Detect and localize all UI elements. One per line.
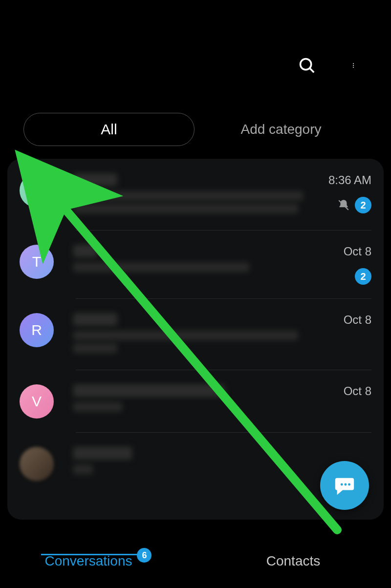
svg-point-8 bbox=[344, 483, 347, 486]
active-underline bbox=[41, 554, 139, 555]
tab-contacts[interactable]: Contacts bbox=[196, 553, 391, 569]
unread-badge: 2 bbox=[355, 197, 371, 213]
conversation-preview bbox=[73, 384, 313, 415]
conversation-meta: 8:36 AM 2 bbox=[318, 173, 371, 213]
timestamp: 8:36 AM bbox=[328, 173, 371, 187]
svg-line-1 bbox=[310, 68, 314, 72]
tab-label: Conversations bbox=[45, 553, 132, 569]
conversation-meta: Oct 8 bbox=[318, 313, 371, 327]
svg-point-4 bbox=[353, 67, 354, 68]
timestamp: Oct 8 bbox=[344, 384, 371, 398]
svg-point-2 bbox=[353, 63, 354, 64]
more-vert-icon[interactable] bbox=[343, 54, 367, 77]
tab-conversations[interactable]: Conversations 6 bbox=[0, 553, 196, 569]
conversation-row[interactable]: 8:36 AM 2 bbox=[7, 159, 384, 230]
timestamp: Oct 8 bbox=[344, 245, 371, 258]
avatar[interactable] bbox=[20, 173, 54, 208]
bottom-nav: Conversations 6 Contacts bbox=[0, 534, 391, 588]
tab-add-category[interactable]: Add category bbox=[195, 122, 368, 137]
avatar[interactable] bbox=[20, 447, 54, 481]
top-toolbar bbox=[295, 54, 367, 77]
conversation-preview bbox=[73, 313, 313, 356]
conversation-preview bbox=[73, 173, 313, 216]
avatar[interactable]: T bbox=[20, 245, 54, 279]
svg-point-0 bbox=[301, 59, 311, 70]
tab-all[interactable]: All bbox=[23, 113, 195, 146]
svg-point-7 bbox=[341, 483, 343, 486]
conversation-preview bbox=[73, 245, 313, 275]
conversation-meta: Oct 8 bbox=[318, 384, 371, 398]
conversation-preview bbox=[73, 447, 313, 477]
conversation-meta: Oct 8 2 bbox=[318, 245, 371, 285]
search-icon[interactable] bbox=[295, 54, 319, 77]
unread-badge: 2 bbox=[355, 268, 371, 285]
compose-button[interactable] bbox=[320, 461, 369, 510]
conversation-row[interactable]: R Oct 8 bbox=[7, 298, 384, 370]
avatar[interactable]: V bbox=[20, 384, 54, 419]
chat-icon bbox=[333, 474, 356, 497]
conversations-count-badge: 6 bbox=[137, 548, 152, 563]
svg-point-5 bbox=[34, 185, 39, 190]
timestamp: Oct 8 bbox=[344, 313, 371, 327]
person-icon bbox=[28, 182, 45, 199]
avatar[interactable]: R bbox=[20, 313, 54, 347]
bell-off-icon bbox=[337, 199, 350, 211]
svg-point-3 bbox=[353, 65, 354, 66]
conversation-list: 8:36 AM 2 T Oct 8 2 R bbox=[7, 159, 384, 520]
tab-label: Contacts bbox=[266, 553, 321, 569]
category-tabs: All Add category bbox=[23, 112, 368, 147]
svg-point-9 bbox=[348, 483, 350, 486]
conversation-row[interactable]: V Oct 8 bbox=[7, 370, 384, 432]
conversation-row[interactable]: T Oct 8 2 bbox=[7, 230, 384, 298]
